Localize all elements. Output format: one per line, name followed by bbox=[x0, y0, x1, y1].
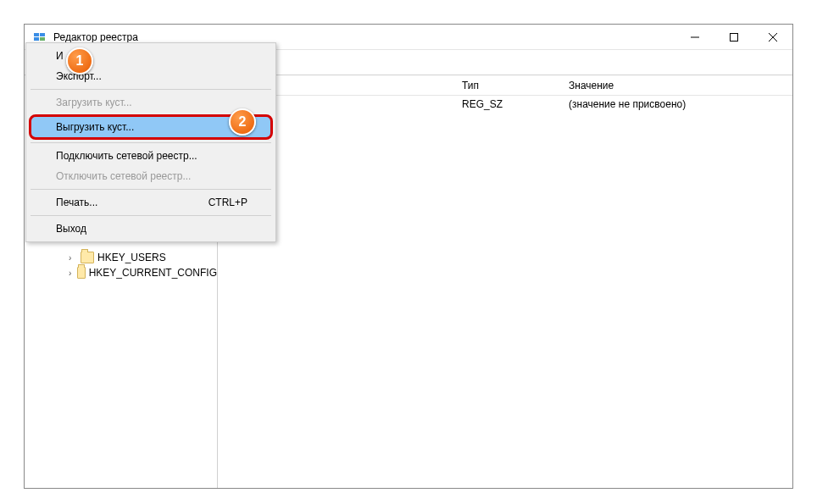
step-badge-1: 1 bbox=[66, 47, 93, 75]
menu-print[interactable]: Печать... CTRL+P bbox=[29, 192, 273, 213]
svg-rect-2 bbox=[34, 37, 39, 41]
folder-icon bbox=[77, 267, 86, 279]
step-badge-2: 2 bbox=[229, 108, 256, 136]
maximize-button[interactable] bbox=[714, 25, 753, 49]
window-title: Редактор реестра bbox=[53, 31, 675, 43]
minimize-button[interactable] bbox=[675, 25, 714, 49]
menu-label: Подключить сетевой реестр... bbox=[56, 150, 197, 162]
chevron-right-icon: › bbox=[69, 269, 74, 278]
cell-value: (значение не присвоено) bbox=[562, 98, 792, 110]
menu-separator bbox=[31, 215, 271, 216]
menu-separator bbox=[31, 89, 271, 90]
menu-label: Отключить сетевой реестр... bbox=[56, 170, 191, 182]
tree-label: HKEY_CURRENT_CONFIG bbox=[89, 267, 217, 279]
tree-item-hkey-current-config[interactable]: › HKEY_CURRENT_CONFIG bbox=[25, 265, 217, 280]
column-type[interactable]: Тип bbox=[455, 80, 562, 91]
close-button[interactable] bbox=[753, 25, 792, 49]
file-menu-dropdown: И Экспорт... Загрузить куст... Выгрузить… bbox=[25, 42, 276, 242]
tree-item-hkey-users[interactable]: › HKEY_USERS bbox=[25, 250, 217, 265]
svg-rect-0 bbox=[34, 33, 39, 36]
list-body: чанию) REG_SZ (значение не присвоено) bbox=[218, 96, 792, 488]
window-controls bbox=[675, 25, 792, 49]
tree-label: HKEY_USERS bbox=[97, 252, 166, 263]
menu-label: Выход bbox=[56, 223, 86, 235]
folder-icon bbox=[81, 252, 94, 263]
chevron-right-icon: › bbox=[69, 253, 77, 263]
menu-separator bbox=[31, 189, 271, 190]
menu-exit[interactable]: Выход bbox=[29, 219, 273, 239]
cell-type: REG_SZ bbox=[455, 98, 562, 110]
menu-shortcut: CTRL+P bbox=[208, 197, 247, 208]
list-pane: Тип Значение чанию) REG_SZ (значение не … bbox=[218, 75, 792, 488]
svg-rect-3 bbox=[40, 37, 45, 41]
menu-separator bbox=[31, 142, 271, 143]
svg-rect-1 bbox=[40, 33, 45, 36]
column-value[interactable]: Значение bbox=[562, 80, 792, 91]
menu-export[interactable]: Экспорт... bbox=[29, 66, 273, 86]
menu-connect-network[interactable]: Подключить сетевой реестр... bbox=[29, 146, 273, 166]
menu-label: Печать... bbox=[56, 197, 97, 208]
menu-label: Загрузить куст... bbox=[56, 97, 132, 108]
list-header: Тип Значение bbox=[218, 75, 792, 96]
menu-label: Выгрузить куст... bbox=[56, 121, 134, 133]
menu-disconnect-network: Отключить сетевой реестр... bbox=[29, 166, 273, 186]
list-row[interactable]: чанию) REG_SZ (значение не присвоено) bbox=[218, 96, 792, 113]
svg-rect-5 bbox=[731, 33, 738, 41]
menu-label: И bbox=[56, 50, 64, 62]
